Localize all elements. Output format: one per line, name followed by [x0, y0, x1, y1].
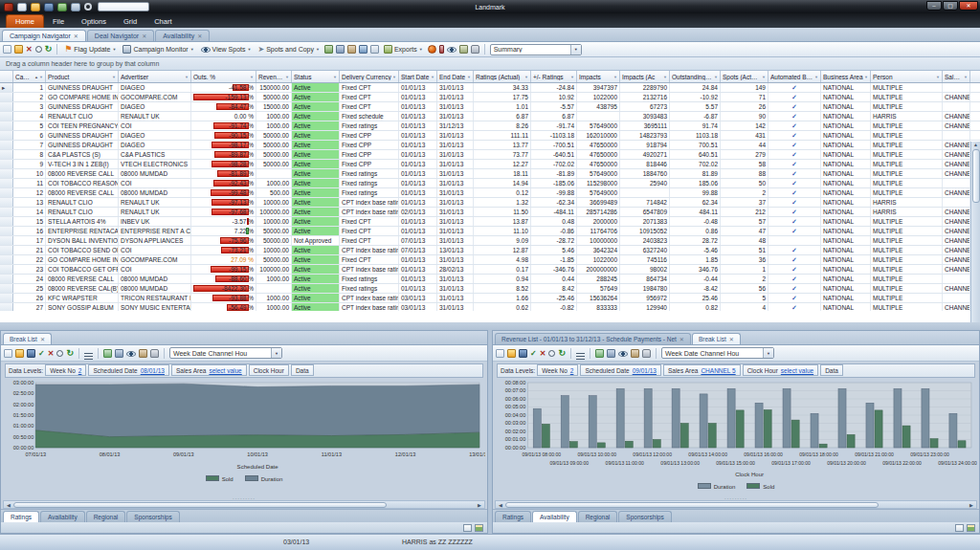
- scroll-thumb[interactable]: [13, 502, 387, 508]
- filter-icon[interactable]: ▼: [936, 75, 940, 79]
- column-header-campaign[interactable]: Campaign▲▼: [13, 71, 46, 82]
- filter-icon[interactable]: ▼: [431, 75, 434, 79]
- table-row[interactable]: 7GUINNESS DRAUGHTDIAGEO-98.17 %50000.00A…: [0, 141, 980, 150]
- table-row[interactable]: 27SONY GOSSIP ALBUMSONY MUSIC ENTERTAIN-…: [0, 303, 980, 311]
- eye-icon[interactable]: [618, 351, 628, 357]
- close-button[interactable]: ✕: [959, 1, 978, 11]
- apply-icon[interactable]: ✓: [38, 349, 45, 358]
- summary-select[interactable]: Summary ▼: [490, 44, 582, 55]
- pin-icon[interactable]: [439, 45, 444, 54]
- row-marker[interactable]: [0, 236, 13, 245]
- column-header-ratings-actual-[interactable]: Ratings (Actual)▼: [474, 71, 531, 82]
- chevron-down-icon[interactable]: ▼: [570, 45, 581, 55]
- search-icon[interactable]: [84, 3, 92, 11]
- row-marker[interactable]: [0, 255, 13, 264]
- row-marker[interactable]: [0, 284, 13, 293]
- table-row[interactable]: 3GUINNESS DRAUGHTDIAGEO-84.47 %15000.00A…: [0, 102, 980, 112]
- row-marker[interactable]: [0, 188, 13, 197]
- ribbon-tab-chart[interactable]: Chart: [145, 15, 180, 28]
- window-icon[interactable]: [71, 3, 80, 11]
- column-header-start-date[interactable]: Start Date▼: [399, 71, 437, 82]
- maximize-button[interactable]: ▢: [943, 1, 958, 11]
- row-marker[interactable]: [0, 294, 13, 302]
- column-header-outstanding-ratings[interactable]: Outstanding Ratings▼: [670, 71, 721, 82]
- flag-update-button[interactable]: ⚑ Flag Update▼: [62, 44, 118, 55]
- panel-tab-revenue-list-01-01-13-to-31-12[interactable]: Revenue List - 01/01/13 to 31/12/13 - Sc…: [495, 333, 691, 344]
- table-view-icon[interactable]: [463, 524, 472, 532]
- stamp-icon[interactable]: [139, 349, 147, 358]
- open-icon[interactable]: [507, 349, 516, 358]
- data-level-chip-week-no[interactable]: Week No2: [45, 364, 86, 376]
- open-icon[interactable]: [15, 349, 24, 358]
- filter-icon[interactable]: ▼: [285, 75, 289, 79]
- chevron-down-icon[interactable]: ▼: [271, 348, 281, 358]
- row-marker[interactable]: [0, 160, 13, 168]
- find-icon[interactable]: [35, 46, 42, 53]
- column-header-status[interactable]: Status▼: [292, 71, 340, 82]
- row-marker[interactable]: [0, 93, 13, 101]
- bottom-tab-availability[interactable]: Availability: [40, 511, 85, 522]
- table-row[interactable]: 21COI TOBACCO SEND OFFCOI-73.21 %10000.0…: [0, 246, 980, 255]
- table-row[interactable]: ▸1GUINNESS DRAUGHTDIAGEO-41.58 %150000.0…: [0, 83, 980, 93]
- tag-icon[interactable]: [607, 349, 615, 358]
- table-row[interactable]: 22GO COMPARE HOME INSGOCOMPARE.COM27.09 …: [0, 255, 980, 265]
- column-header-impacts-ac[interactable]: Impacts (Ac▼: [620, 71, 670, 82]
- data-level-chip-clock-hour[interactable]: Clock Hour: [249, 364, 289, 376]
- row-marker[interactable]: [0, 112, 13, 121]
- data-level-chip-scheduled-date[interactable]: Scheduled Date08/01/13: [88, 364, 169, 376]
- row-marker[interactable]: [0, 265, 13, 274]
- table-row[interactable]: 11COI TOBACCO REASONSCOI-92.43 %1000.00A…: [0, 179, 980, 188]
- scroll-left-icon[interactable]: ◀: [4, 502, 13, 508]
- close-icon[interactable]: ✕: [729, 336, 734, 342]
- data-level-chip-week-no[interactable]: Week No2: [537, 364, 578, 376]
- filter-icon[interactable]: ▼: [250, 75, 254, 79]
- table-row[interactable]: 1208000 REVERSE CALL08000 MUMDAD-99.48 %…: [0, 188, 980, 198]
- table-row[interactable]: 2GO COMPARE HOME INSGOCOMPARE.COM-159.13…: [0, 93, 980, 102]
- data-level-value[interactable]: select value: [781, 367, 813, 374]
- preview-icon[interactable]: [447, 47, 457, 53]
- apply-icon[interactable]: ✓: [530, 349, 537, 358]
- data-level-value[interactable]: 08/01/13: [141, 367, 165, 374]
- data-level-chip-data[interactable]: Data: [291, 364, 314, 376]
- column-header-product[interactable]: Product▼: [46, 71, 119, 82]
- close-icon[interactable]: ✕: [142, 33, 146, 39]
- save-icon[interactable]: [519, 349, 527, 358]
- list-view-icon[interactable]: [84, 353, 93, 355]
- find-icon[interactable]: [56, 350, 63, 357]
- filter-icon[interactable]: ▼: [333, 75, 337, 79]
- column-header-sales-are[interactable]: Sales Are▼: [943, 71, 970, 82]
- panel-horizontal-scrollbar[interactable]: .........◀▶: [3, 500, 485, 509]
- table-row[interactable]: 2508000 REVERSE CAL(B)08000 MUMDAD-8422.…: [0, 284, 980, 294]
- lock-icon[interactable]: [150, 349, 159, 358]
- find-icon[interactable]: [548, 350, 555, 357]
- campaign-monitor-button[interactable]: Campaign Monitor▼: [121, 44, 195, 55]
- panel-horizontal-scrollbar[interactable]: .........◀▶: [495, 500, 977, 509]
- table-row[interactable]: 1008000 REVERSE CALL08000 MUMDAD-81.89 %…: [0, 169, 980, 179]
- filter-icon[interactable]: ▼: [762, 75, 766, 79]
- panel-tab-break-list[interactable]: Break List✕: [692, 333, 741, 344]
- image-icon[interactable]: [103, 349, 112, 358]
- ribbon-tab-file[interactable]: File: [44, 15, 73, 28]
- refresh-icon[interactable]: ↻: [558, 349, 566, 358]
- data-level-value[interactable]: CHANNEL 5: [701, 367, 735, 374]
- filter-icon[interactable]: ▼: [714, 75, 718, 79]
- close-icon[interactable]: ✕: [679, 336, 684, 342]
- ribbon-tab-options[interactable]: Options: [73, 15, 115, 28]
- stamp-green-icon[interactable]: [324, 45, 333, 54]
- column-header-delivery-currency[interactable]: Delivery Currency▼: [340, 71, 399, 82]
- column-header-advertiser[interactable]: Advertiser▼: [119, 71, 191, 82]
- column-header-automated-booking[interactable]: Automated Booking▼: [768, 71, 821, 82]
- group-by-bar[interactable]: Drag a column header here to group by th…: [0, 57, 980, 71]
- table-row[interactable]: 2408000 REVERSE CALL08000 MUMDAD-88.60 %…: [0, 275, 980, 284]
- row-marker[interactable]: [0, 150, 13, 159]
- upload-icon[interactable]: [359, 45, 368, 54]
- tag-icon[interactable]: [115, 349, 123, 358]
- table-row[interactable]: 17DYSON BALL INVENTIONDYSON APPLIANCES-7…: [0, 236, 980, 246]
- table-view-icon[interactable]: [955, 524, 964, 532]
- column-header-outs-[interactable]: Outs. %▼: [191, 71, 256, 82]
- filter-icon[interactable]: ▼: [39, 75, 43, 79]
- delete-icon[interactable]: ✕: [26, 45, 33, 54]
- table-row[interactable]: 9V-TECH 3 IN 1 ZEB(I)VTECH ELECTRONICS-9…: [0, 160, 980, 169]
- close-icon[interactable]: ✕: [40, 336, 45, 342]
- row-marker[interactable]: [0, 121, 13, 130]
